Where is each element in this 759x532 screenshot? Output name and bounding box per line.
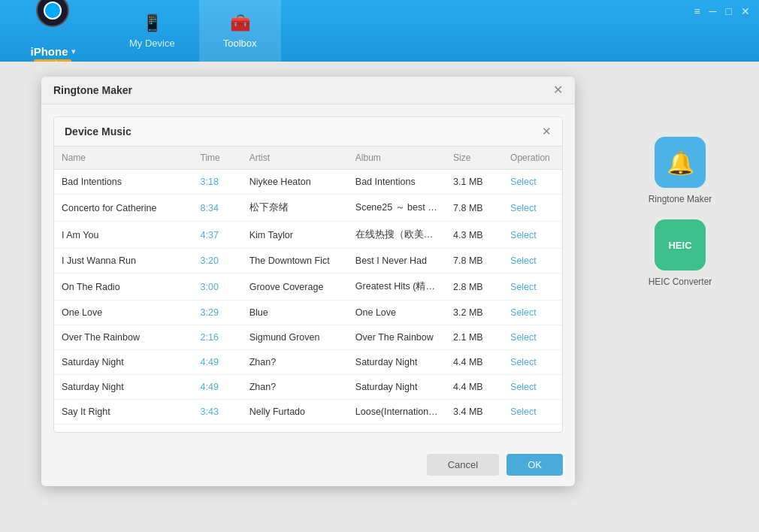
cell-name: Say It Right xyxy=(54,425,193,433)
cell-size: 3.4 MB xyxy=(446,425,503,433)
cell-album: Over The Rainbow xyxy=(348,325,446,350)
cell-artist: 松下奈绪 xyxy=(242,195,348,222)
cell-time: 3:20 xyxy=(193,249,242,274)
nav-tabs: 📱 My Device 🧰 Toolbox xyxy=(105,0,281,62)
cell-artist: Sigmund Groven xyxy=(242,325,348,350)
ringtone-maker-label: Ringtone Maker xyxy=(649,194,712,204)
select-button-4[interactable]: Select xyxy=(503,274,562,301)
cell-album: Loose(International Tou xyxy=(348,425,446,433)
window-controls: ≡ ─ □ ✕ xyxy=(694,6,750,17)
ringtone-maker-dialog-title: Ringtone Maker xyxy=(53,84,132,96)
table-row: Say It Right 3:43 Nelly Furtado Loose(In… xyxy=(54,400,562,425)
col-header-operation: Operation xyxy=(503,147,562,170)
cell-size: 4.4 MB xyxy=(446,375,503,400)
cell-album: Bad Intentions xyxy=(348,170,446,195)
tab-toolbox-label: Toolbox xyxy=(223,38,257,49)
select-button-6[interactable]: Select xyxy=(503,325,562,350)
ringtone-maker-card[interactable]: 🔔 Ringtone Maker xyxy=(646,137,714,204)
menu-button[interactable]: ≡ xyxy=(694,6,700,17)
minimize-button[interactable]: ─ xyxy=(709,6,717,17)
cell-album: Best I Never Had xyxy=(348,249,446,274)
col-header-artist: Artist xyxy=(242,147,348,170)
cell-name: On The Radio xyxy=(54,274,193,301)
cell-time: 3:00 xyxy=(193,274,242,301)
cell-time: 3:18 xyxy=(193,170,242,195)
cell-time: 3:29 xyxy=(193,301,242,325)
select-button-1[interactable]: Select xyxy=(503,195,562,222)
cell-album: Loose(International Tou xyxy=(348,400,446,425)
cell-artist: Nelly Furtado xyxy=(242,425,348,433)
cell-album: 在线热搜（欧美）系列6 xyxy=(348,222,446,249)
cell-size: 3.1 MB xyxy=(446,170,503,195)
select-button-8[interactable]: Select xyxy=(503,375,562,400)
cell-album: Greatest Hits (精选集唱) xyxy=(348,274,446,301)
table-row: I Just Wanna Run 3:20 The Downtown Fict … xyxy=(54,249,562,274)
cell-artist: Zhan? xyxy=(242,375,348,400)
table-row: On The Radio 3:00 Groove Coverage Greate… xyxy=(54,274,562,301)
cell-name: Say It Right xyxy=(54,400,193,425)
device-music-panel: Device Music ✕ Name Time Artist Album Si… xyxy=(53,116,563,433)
cell-artist: Niykee Heaton xyxy=(242,170,348,195)
select-button-2[interactable]: Select xyxy=(503,222,562,249)
table-row: Saturday Night 4:49 Zhan? Saturday Night… xyxy=(54,350,562,375)
cell-album: Saturday Night xyxy=(348,350,446,375)
ok-button[interactable]: OK xyxy=(507,454,563,476)
cell-album: Scene25 ～ best Of Nao I xyxy=(348,195,446,222)
table-row: I Am You 4:37 Kim Taylor 在线热搜（欧美）系列6 4.3… xyxy=(54,222,562,249)
table-row: Over The Rainbow 2:16 Sigmund Groven Ove… xyxy=(54,325,562,350)
select-button-9[interactable]: Select xyxy=(503,400,562,425)
table-row: Bad Intentions 3:18 Niykee Heaton Bad In… xyxy=(54,170,562,195)
cell-size: 2.8 MB xyxy=(446,274,503,301)
cell-size: 4.3 MB xyxy=(446,222,503,249)
ringtone-maker-dialog-titlebar: Ringtone Maker ✕ xyxy=(41,77,575,104)
select-button-0[interactable]: Select xyxy=(503,170,562,195)
select-button-7[interactable]: Select xyxy=(503,350,562,375)
heic-converter-card[interactable]: HEIC HEIC Converter xyxy=(646,219,714,287)
select-button-3[interactable]: Select xyxy=(503,249,562,274)
cell-time: 3:43 xyxy=(193,400,242,425)
cell-name: Saturday Night xyxy=(54,375,193,400)
cell-name: One Love xyxy=(54,301,193,325)
ringtone-maker-dialog-close[interactable]: ✕ xyxy=(553,84,563,96)
device-music-close[interactable]: ✕ xyxy=(542,125,552,138)
app-name-dropdown-icon[interactable]: ▾ xyxy=(71,47,75,56)
cancel-button[interactable]: Cancel xyxy=(427,454,499,476)
ringtone-maker-icon: 🔔 xyxy=(655,137,706,188)
my-device-icon: 📱 xyxy=(142,14,162,33)
music-table-scroll[interactable]: Name Time Artist Album Size Operation Ba… xyxy=(54,147,562,432)
table-row: One Love 3:29 Blue One Love 3.2 MB Selec… xyxy=(54,301,562,325)
header: 👑 iPhone ▾ Premium 📱 My Device 🧰 Toolbox… xyxy=(0,0,759,62)
col-header-time: Time xyxy=(193,147,242,170)
main-content: 🔔 Ringtone Maker HEIC HEIC Converter Rin… xyxy=(0,62,759,532)
col-header-album: Album xyxy=(348,147,446,170)
cell-name: I Just Wanna Run xyxy=(54,249,193,274)
cell-artist: Blue xyxy=(242,301,348,325)
select-button-5[interactable]: Select xyxy=(503,301,562,325)
cell-size: 7.8 MB xyxy=(446,249,503,274)
maximize-button[interactable]: □ xyxy=(726,6,732,17)
col-header-size: Size xyxy=(446,147,503,170)
cell-size: 3.2 MB xyxy=(446,301,503,325)
tab-my-device[interactable]: 📱 My Device xyxy=(105,0,199,62)
cell-album: Saturday Night xyxy=(348,375,446,400)
cell-time: 8:34 xyxy=(193,195,242,222)
cell-artist: Zhan? xyxy=(242,350,348,375)
cell-artist: The Downtown Fict xyxy=(242,249,348,274)
cell-album: One Love xyxy=(348,301,446,325)
heic-converter-icon: HEIC xyxy=(655,219,706,271)
music-table: Name Time Artist Album Size Operation Ba… xyxy=(54,147,562,432)
cell-name: Over The Rainbow xyxy=(54,325,193,350)
app-logo xyxy=(36,0,69,27)
tab-toolbox[interactable]: 🧰 Toolbox xyxy=(199,0,281,62)
cell-time: 3:43 xyxy=(193,425,242,433)
heic-converter-label: HEIC Converter xyxy=(649,277,712,287)
close-button[interactable]: ✕ xyxy=(741,6,750,17)
cell-name: I Am You xyxy=(54,222,193,249)
cell-name: Saturday Night xyxy=(54,350,193,375)
device-music-title: Device Music xyxy=(65,125,132,138)
table-header-row: Name Time Artist Album Size Operation xyxy=(54,147,562,170)
select-button-10[interactable]: Select xyxy=(503,425,562,433)
cell-time: 2:16 xyxy=(193,325,242,350)
cell-artist: Groove Coverage xyxy=(242,274,348,301)
cell-name: Bad Intentions xyxy=(54,170,193,195)
